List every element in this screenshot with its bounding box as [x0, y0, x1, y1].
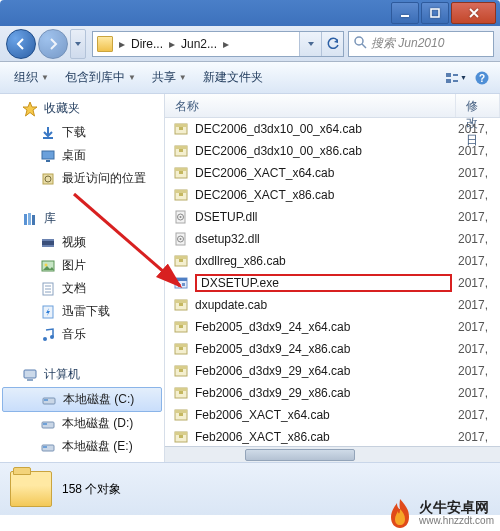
sidebar-item-icon — [40, 235, 56, 251]
svg-rect-33 — [44, 399, 48, 401]
cab-file-icon — [173, 121, 189, 137]
watermark-name: 火牛安卓网 — [419, 499, 494, 516]
sidebar-item[interactable]: 迅雷下载 — [0, 300, 164, 323]
sidebar-item-label: 本地磁盘 (E:) — [62, 438, 133, 455]
organize-menu[interactable]: 组织▼ — [6, 65, 57, 90]
watermark: 火牛安卓网 www.hnzzdt.com — [387, 497, 494, 529]
star-icon — [22, 101, 38, 117]
file-date: 2017, — [458, 298, 492, 312]
help-button[interactable]: ? — [470, 67, 494, 89]
file-row[interactable]: dxdllreg_x86.cab2017, — [165, 250, 500, 272]
include-in-library-menu[interactable]: 包含到库中▼ — [57, 65, 144, 90]
new-folder-button[interactable]: 新建文件夹 — [195, 65, 271, 90]
file-row[interactable]: DEC2006_d3dx10_00_x64.cab2017, — [165, 118, 500, 140]
close-button[interactable] — [451, 2, 496, 24]
file-name: DEC2006_d3dx10_00_x64.cab — [195, 122, 452, 136]
sidebar-item[interactable]: 视频 — [0, 231, 164, 254]
sidebar-item-label: 下载 — [62, 124, 86, 141]
file-list[interactable]: DEC2006_d3dx10_00_x64.cab2017,DEC2006_d3… — [165, 118, 500, 446]
file-row[interactable]: DEC2006_d3dx10_00_x86.cab2017, — [165, 140, 500, 162]
svg-point-22 — [45, 263, 48, 266]
file-row[interactable]: Feb2006_XACT_x86.cab2017, — [165, 426, 500, 446]
cab-file-icon — [173, 143, 189, 159]
view-options-button[interactable]: ▼ — [444, 67, 468, 89]
file-name: Feb2005_d3dx9_24_x86.cab — [195, 342, 452, 356]
svg-rect-19 — [42, 239, 54, 241]
svg-rect-58 — [179, 259, 183, 262]
sidebar-item[interactable]: 图片 — [0, 254, 164, 277]
sidebar-item[interactable]: 文档 — [0, 277, 164, 300]
svg-rect-65 — [179, 303, 183, 306]
cab-file-icon — [173, 297, 189, 313]
file-row[interactable]: Feb2005_d3dx9_24_x86.cab2017, — [165, 338, 500, 360]
navigation-pane[interactable]: 收藏夹 下载桌面最近访问的位置 库 视频图片文档迅雷下载音乐 计算机 本地磁盘 … — [0, 94, 165, 462]
history-dropdown[interactable] — [70, 29, 86, 59]
svg-rect-60 — [175, 278, 187, 281]
file-row[interactable]: Feb2005_d3dx9_24_x64.cab2017, — [165, 316, 500, 338]
folder-icon — [97, 36, 113, 52]
maximize-button[interactable] — [421, 2, 449, 24]
sidebar-item[interactable]: 最近访问的位置 — [0, 167, 164, 190]
svg-rect-83 — [179, 435, 183, 438]
sidebar-item[interactable]: 音乐 — [0, 323, 164, 346]
file-name: Feb2006_XACT_x64.cab — [195, 408, 452, 422]
sidebar-item[interactable]: 本地磁盘 (C:) — [2, 387, 162, 412]
file-date: 2017, — [458, 210, 492, 224]
file-row[interactable]: DEC2006_XACT_x86.cab2017, — [165, 184, 500, 206]
sidebar-group-favorites[interactable]: 收藏夹 — [0, 94, 164, 121]
svg-rect-45 — [175, 168, 187, 171]
breadcrumb-segment[interactable]: Jun2... — [177, 37, 221, 51]
watermark-url: www.hnzzdt.com — [419, 515, 494, 527]
file-name: dxdllreg_x86.cab — [195, 254, 452, 268]
disk-icon — [40, 439, 56, 455]
breadcrumb-segment[interactable]: Dire... — [127, 37, 167, 51]
sidebar-item[interactable]: 本地磁盘 (D:) — [0, 412, 164, 435]
svg-rect-61 — [177, 283, 180, 286]
file-row[interactable]: DSETUP.dll2017, — [165, 206, 500, 228]
disk-icon — [41, 392, 57, 408]
back-button[interactable] — [6, 29, 36, 59]
svg-rect-16 — [28, 213, 31, 225]
computer-icon — [22, 367, 38, 383]
address-bar[interactable]: ▸ Dire... ▸ Jun2... ▸ — [92, 31, 344, 57]
file-row[interactable]: Feb2006_d3dx9_29_x86.cab2017, — [165, 382, 500, 404]
sidebar-item[interactable]: 下载 — [0, 121, 164, 144]
file-row[interactable]: DXSETUP.exe2017, — [165, 272, 500, 294]
column-name[interactable]: 名称 — [165, 94, 456, 117]
file-date: 2017, — [458, 342, 492, 356]
sidebar-item[interactable]: 本地磁盘 (E:) — [0, 435, 164, 458]
address-dropdown[interactable] — [299, 32, 321, 56]
svg-rect-15 — [24, 214, 27, 225]
file-row[interactable]: DEC2006_XACT_x64.cab2017, — [165, 162, 500, 184]
sidebar-item-icon — [40, 148, 56, 164]
svg-point-28 — [43, 337, 47, 341]
sidebar-group-computer[interactable]: 计算机 — [0, 360, 164, 387]
svg-rect-35 — [43, 423, 47, 425]
file-row[interactable]: Feb2006_d3dx9_29_x64.cab2017, — [165, 360, 500, 382]
file-row[interactable]: dxupdate.cab2017, — [165, 294, 500, 316]
file-date: 2017, — [458, 276, 492, 290]
chevron-right-icon: ▸ — [221, 37, 231, 51]
horizontal-scrollbar[interactable] — [165, 446, 500, 462]
cab-file-icon — [173, 363, 189, 379]
file-row[interactable]: dsetup32.dll2017, — [165, 228, 500, 250]
file-date: 2017, — [458, 254, 492, 268]
file-row[interactable]: Feb2006_XACT_x64.cab2017, — [165, 404, 500, 426]
sidebar-item-label: 视频 — [62, 234, 86, 251]
forward-button[interactable] — [38, 29, 68, 59]
share-menu[interactable]: 共享▼ — [144, 65, 195, 90]
refresh-button[interactable] — [321, 32, 343, 56]
minimize-button[interactable] — [391, 2, 419, 24]
file-name: DEC2006_XACT_x64.cab — [195, 166, 452, 180]
sidebar-group-libraries[interactable]: 库 — [0, 204, 164, 231]
file-date: 2017, — [458, 166, 492, 180]
sidebar-item-label: 图片 — [62, 257, 86, 274]
column-date[interactable]: 修改日 — [456, 94, 500, 117]
svg-rect-48 — [175, 190, 187, 193]
search-input[interactable]: 搜索 Jun2010 — [348, 31, 494, 57]
sidebar-item[interactable]: 桌面 — [0, 144, 164, 167]
svg-rect-71 — [179, 347, 183, 350]
file-name: Feb2005_d3dx9_24_x64.cab — [195, 320, 452, 334]
svg-rect-67 — [175, 322, 187, 325]
cab-file-icon — [173, 341, 189, 357]
